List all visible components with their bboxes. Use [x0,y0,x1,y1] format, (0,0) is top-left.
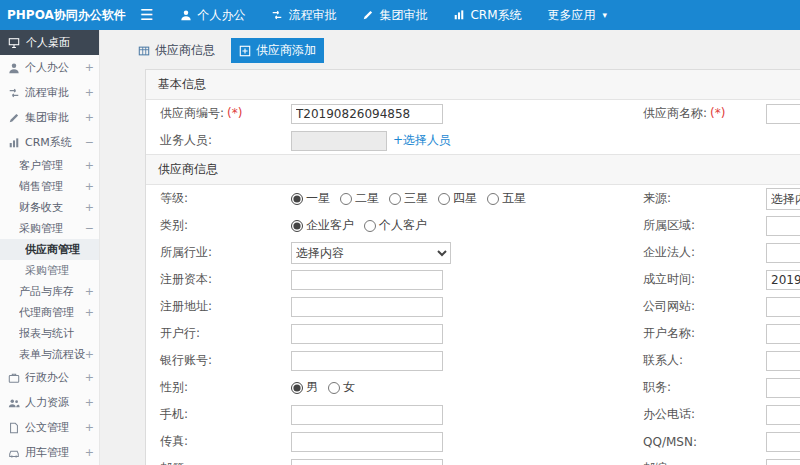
sidebar-item-agent-mgmt[interactable]: 代理商管理+ [0,302,99,323]
topnav-item-crm-system[interactable]: CRM系统 [440,0,534,30]
registered-capital-input[interactable] [291,270,443,290]
field-label: 注册地址: [146,298,291,315]
level-option[interactable]: 三星 [389,190,428,207]
level-option[interactable]: 一星 [291,190,330,207]
expand-icon[interactable]: + [85,111,94,124]
collapse-icon[interactable]: − [85,136,94,149]
level-option[interactable]: 四星 [438,190,477,207]
bank-input[interactable] [291,324,443,344]
mobile-input[interactable] [291,405,443,425]
level-radio[interactable] [487,193,499,205]
form-row: 注册资本:成立时间: [146,266,800,293]
sidebar: 个人桌面 个人办公+流程审批+集团审批+CRM系统−客户管理+销售管理+财务收支… [0,30,100,465]
expand-icon[interactable]: + [85,285,94,298]
sidebar-item-group-approval[interactable]: 集团审批+ [0,105,99,130]
sidebar-item-label: 销售管理 [19,179,85,194]
chart-icon [453,9,465,21]
form-field-website: 公司网站: [641,293,800,320]
expand-icon[interactable]: + [85,306,94,319]
gender-radio[interactable] [328,382,340,394]
region-input[interactable] [766,216,800,236]
gender-radio[interactable] [291,382,303,394]
category-radio[interactable] [291,220,303,232]
expand-icon[interactable]: + [85,201,94,214]
category-option[interactable]: 企业客户 [291,217,354,234]
level-option[interactable]: 二星 [340,190,379,207]
sidebar-item-supplier-mgmt[interactable]: 供应商管理 [0,239,99,260]
topnav-item-more-apps[interactable]: 更多应用▾ [535,0,621,30]
supplier-name-input[interactable] [766,104,800,124]
sidebar-item-product-inventory[interactable]: 产品与库存+ [0,281,99,302]
form-field-source: 来源:选择内容 [641,185,800,212]
tab-supplier-info[interactable]: 供应商信息 [130,38,223,63]
add-icon [239,45,251,57]
expand-icon[interactable]: + [85,86,94,99]
level-radio[interactable] [291,193,303,205]
account-name-input[interactable] [766,324,800,344]
category-radio[interactable] [364,220,376,232]
sidebar-item-vehicle-mgmt[interactable]: 用车管理+ [0,440,99,465]
legal-person-input[interactable] [766,243,800,263]
fax-input[interactable] [291,432,443,452]
person-icon [180,9,192,21]
sidebar-item-purchasing[interactable]: 采购管理 [0,260,99,281]
qq-msn-input[interactable] [766,432,800,452]
topnav-item-personal-office[interactable]: 个人办公 [167,0,258,30]
sidebar-item-finance[interactable]: 财务收支+ [0,197,99,218]
collapse-icon[interactable]: − [85,222,94,235]
field-label: 职务: [641,379,766,396]
industry-select[interactable]: 选择内容 [291,242,451,264]
sidebar-item-personal-desktop[interactable]: 个人桌面 [0,30,99,55]
bank-account-input[interactable] [291,351,443,371]
topnav-item-group-approval[interactable]: 集团审批 [349,0,440,30]
sidebar-item-label: 客户管理 [19,158,85,173]
level-radio[interactable] [438,193,450,205]
topnav-item-process-approval[interactable]: 流程审批 [258,0,349,30]
person-icon [8,62,20,74]
expand-icon[interactable]: + [85,61,94,74]
supplier-code-input[interactable] [291,104,443,124]
position-input[interactable] [766,378,800,398]
section-header: 供应商信息 [146,154,800,185]
expand-icon[interactable]: + [85,421,94,434]
hamburger-menu-icon[interactable]: ☰ [140,8,153,23]
field-label: 银行账号: [146,352,291,369]
zip-input[interactable] [766,459,800,465]
category-option[interactable]: 个人客户 [364,217,427,234]
sidebar-item-document-mgmt[interactable]: 公文管理+ [0,415,99,440]
sidebar-item-personal-office[interactable]: 个人办公+ [0,55,99,80]
gender-option[interactable]: 女 [328,379,355,396]
people-icon [8,397,20,409]
sidebar-item-purchase-mgmt[interactable]: 采购管理− [0,218,99,239]
expand-icon[interactable]: + [85,371,94,384]
website-input[interactable] [766,297,800,317]
office-phone-input[interactable] [766,405,800,425]
level-radio[interactable] [340,193,352,205]
sidebar-item-form-process-settings[interactable]: 表单与流程设置+ [0,344,99,365]
sidebar-item-reports-stats[interactable]: 报表与统计 [0,323,99,344]
contact-input[interactable] [766,351,800,371]
sidebar-item-admin-office[interactable]: 行政办公+ [0,365,99,390]
choose-person-link[interactable]: +选择人员 [393,132,451,149]
level-radio[interactable] [389,193,401,205]
registered-address-input[interactable] [291,297,443,317]
sidebar-item-human-resources[interactable]: 人力资源+ [0,390,99,415]
sidebar-item-crm-system[interactable]: CRM系统− [0,130,99,155]
source-select[interactable]: 选择内容 [766,188,800,210]
expand-icon[interactable]: + [85,446,94,459]
gender-option[interactable]: 男 [291,379,318,396]
sidebar-item-sales-mgmt[interactable]: 销售管理+ [0,176,99,197]
tab-supplier-add[interactable]: 供应商添加 [231,38,324,63]
field-label: 供应商名称:(*) [641,105,766,122]
founded-date-input[interactable] [766,270,800,290]
sidebar-item-customer-mgmt[interactable]: 客户管理+ [0,155,99,176]
expand-icon[interactable]: + [85,348,94,361]
level-option[interactable]: 五星 [487,190,526,207]
form-row: 手机:办公电话: [146,401,800,428]
expand-icon[interactable]: + [85,159,94,172]
expand-icon[interactable]: + [85,396,94,409]
email-input[interactable] [291,459,443,465]
expand-icon[interactable]: + [85,180,94,193]
salesperson-input[interactable] [291,131,387,151]
sidebar-item-process-approval[interactable]: 流程审批+ [0,80,99,105]
